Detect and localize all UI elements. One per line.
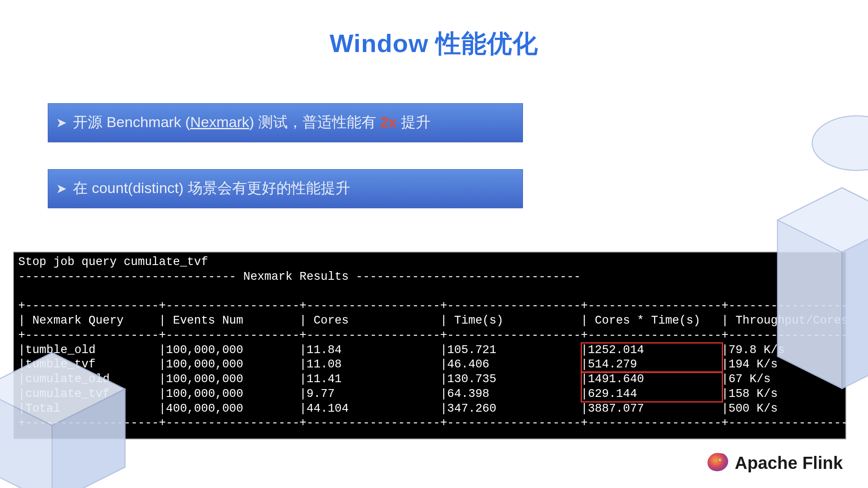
bullet-2-text: 在 count(distinct) 场景会有更好的性能提升: [73, 178, 350, 198]
flink-squirrel-icon: [705, 451, 730, 475]
bullet-1: ➤ 开源 Benchmark (Nexmark) 测试，普适性能有 2x 提升: [48, 103, 523, 142]
chevron-right-icon: ➤: [56, 115, 67, 130]
bullet-1-highlight: 2x: [380, 114, 397, 130]
highlight-box: [581, 342, 723, 373]
bullet-1-link[interactable]: Nexmark: [190, 114, 249, 130]
cube-decoration-icon: [0, 332, 156, 488]
chevron-right-icon: ➤: [56, 181, 67, 196]
svg-point-3: [812, 116, 868, 170]
highlight-box: [581, 371, 723, 403]
slide-title: Window 性能优化: [0, 27, 868, 61]
svg-point-8: [720, 459, 721, 460]
bullet-1-text: 开源 Benchmark (Nexmark) 测试，普适性能有 2x 提升: [73, 112, 431, 132]
slide: Window 性能优化 ➤ 开源 Benchmark (Nexmark) 测试，…: [0, 0, 868, 488]
cloud-cube-decoration-icon: [764, 108, 868, 455]
bullet-1-prefix: 开源 Benchmark (: [73, 114, 190, 130]
apache-flink-logo: Apache Flink: [705, 451, 843, 475]
bullet-2: ➤ 在 count(distinct) 场景会有更好的性能提升: [48, 169, 523, 208]
logo-text: Apache Flink: [735, 453, 843, 473]
bullet-1-mid: ) 测试，普适性能有: [249, 114, 380, 130]
bullet-1-suffix: 提升: [397, 114, 430, 130]
